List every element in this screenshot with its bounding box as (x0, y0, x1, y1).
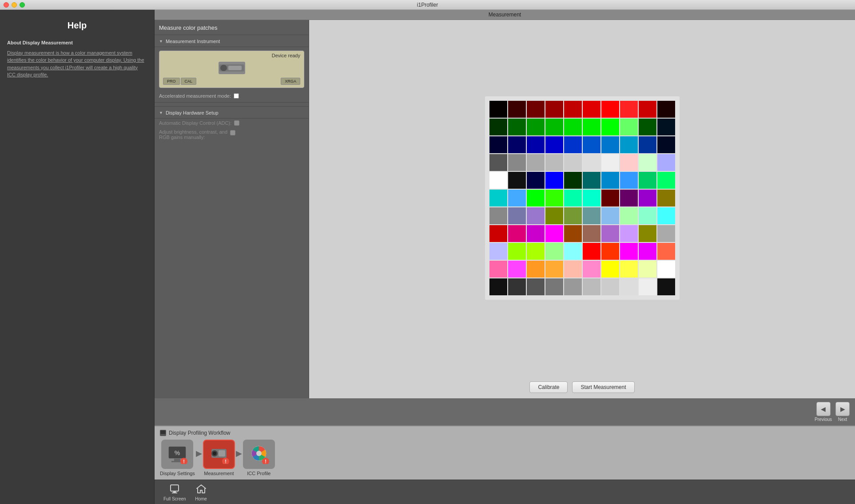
color-row-10 (489, 261, 675, 278)
nav-arrows-container: ◀ Previous ▶ Next (155, 398, 855, 425)
color-cell (489, 172, 507, 189)
display-settings-step-icon: % ! (161, 440, 193, 469)
color-cell (639, 154, 656, 171)
cal-button[interactable]: CAL (181, 78, 197, 85)
color-cell (564, 172, 582, 189)
home-label: Home (195, 496, 207, 501)
color-cell (508, 261, 526, 278)
color-cell (545, 243, 563, 260)
next-label: Next (838, 417, 847, 422)
color-cell (489, 136, 507, 153)
svg-point-2 (222, 66, 226, 70)
color-row-7 (489, 207, 675, 224)
color-grid-panel (309, 20, 855, 376)
workflow-footer: Display Profiling Workflow % ! (155, 425, 855, 480)
color-cell (508, 278, 526, 295)
color-cell (620, 190, 638, 206)
minimize-button[interactable] (12, 2, 17, 8)
adjust-manually-checkbox[interactable] (230, 130, 235, 135)
color-cell (564, 119, 582, 135)
color-cell (527, 172, 545, 189)
accel-mode-checkbox[interactable] (234, 93, 239, 99)
right-panel: Measurement Measure color patches ▼ Meas… (155, 10, 855, 504)
svg-rect-4 (160, 430, 166, 434)
workflow-arrow-2: ▶ (236, 448, 242, 458)
calibrate-button[interactable]: Calibrate (529, 381, 568, 393)
color-cell (489, 225, 507, 242)
color-cell (527, 136, 545, 153)
hardware-section-header: ▼ Display Hardware Setup (155, 107, 309, 119)
svg-rect-7 (174, 459, 180, 461)
color-row-5 (489, 172, 675, 189)
svg-rect-24 (172, 492, 177, 493)
maximize-button[interactable] (20, 2, 25, 8)
color-cell (657, 136, 675, 153)
color-cell (583, 261, 600, 278)
workflow-arrow-1: ▶ (196, 448, 202, 458)
color-cell (489, 243, 507, 260)
color-cell (489, 119, 507, 135)
sidebar: Help About Display Measurement Display m… (0, 10, 155, 504)
workflow-steps: % ! Display Settings ▶ (160, 440, 850, 476)
pro-button[interactable]: PRO (163, 78, 180, 85)
svg-rect-22 (171, 485, 179, 491)
measurement-label: Measurement (204, 471, 234, 476)
workflow-step-measurement[interactable]: ! Measurement (203, 440, 235, 476)
color-cell (583, 207, 600, 224)
color-cell (639, 101, 656, 118)
adjust-manually-row: Adjust brightness, contrast, and RGB gai… (155, 127, 309, 142)
color-cell (527, 225, 545, 242)
sidebar-title: Help (7, 19, 147, 32)
previous-button[interactable]: ◀ (816, 402, 831, 416)
color-cell (601, 278, 619, 295)
svg-text:!: ! (183, 459, 185, 464)
full-screen-toolbar-item[interactable]: Full Screen (163, 483, 186, 501)
hardware-section: ▼ Display Hardware Setup Automatic Displ… (155, 106, 309, 142)
color-cell (545, 119, 563, 135)
color-cell (508, 172, 526, 189)
color-cell (620, 207, 638, 224)
icc-profile-label: ICC Profile (247, 471, 270, 476)
xrga-button[interactable]: XRGA (281, 78, 300, 85)
auto-display-checkbox[interactable] (234, 120, 239, 126)
color-cell (657, 101, 675, 118)
color-cell (545, 154, 563, 171)
full-screen-label: Full Screen (163, 496, 186, 501)
color-cell (601, 154, 619, 171)
svg-rect-23 (173, 491, 176, 492)
color-cell (508, 154, 526, 171)
close-button[interactable] (4, 2, 9, 8)
color-cell (583, 119, 600, 135)
color-cell (657, 172, 675, 189)
window-controls[interactable] (4, 2, 25, 8)
color-cell (564, 278, 582, 295)
color-cell (620, 261, 638, 278)
color-cell (639, 190, 656, 206)
svg-rect-5 (162, 434, 164, 436)
start-measurement-button[interactable]: Start Measurement (572, 381, 634, 393)
color-cell (527, 243, 545, 260)
workflow-step-display-settings[interactable]: % ! Display Settings (160, 440, 195, 476)
color-cell (620, 154, 638, 171)
color-cell (639, 261, 656, 278)
color-cell (564, 101, 582, 118)
hardware-triangle-icon: ▼ (159, 111, 163, 115)
previous-label: Previous (815, 417, 832, 422)
next-nav-group: ▶ Next (835, 402, 850, 422)
next-button[interactable]: ▶ (835, 402, 850, 416)
color-cell (620, 172, 638, 189)
color-row-3 (489, 136, 675, 153)
previous-nav-group: ◀ Previous (815, 402, 832, 422)
triangle-icon: ▼ (159, 39, 163, 44)
svg-point-14 (213, 452, 216, 455)
app-container: Help About Display Measurement Display m… (0, 10, 855, 504)
home-toolbar-item[interactable]: Home (195, 483, 207, 501)
svg-rect-15 (219, 450, 225, 456)
color-cell (620, 243, 638, 260)
color-cell (545, 190, 563, 206)
color-cell (545, 225, 563, 242)
help-section-body: Display measurement is how a color manag… (7, 49, 147, 79)
color-cell (601, 136, 619, 153)
workflow-step-icc-profile[interactable]: ! ICC Profile (243, 440, 275, 476)
color-cell (489, 101, 507, 118)
